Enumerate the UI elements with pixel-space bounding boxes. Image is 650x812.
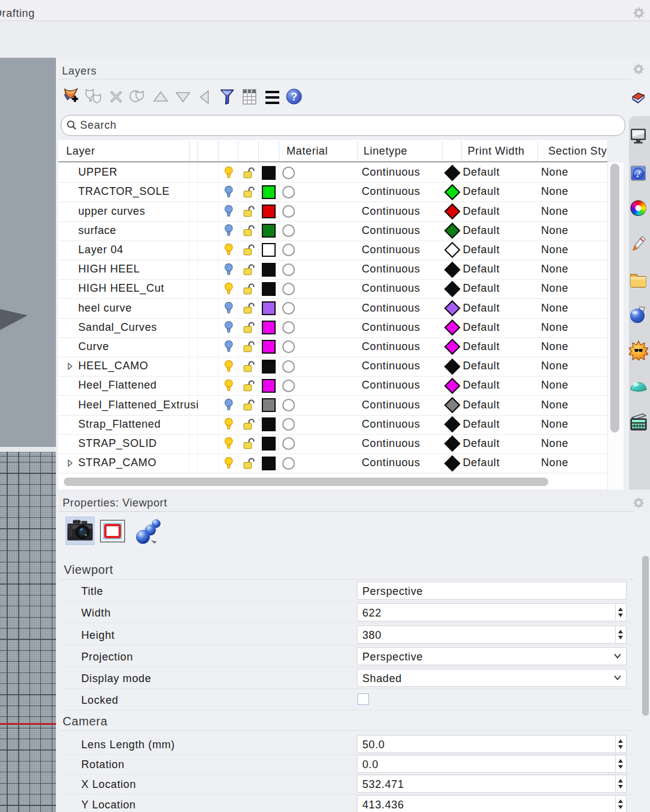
svg-text:?: ? (291, 91, 297, 103)
svg-text:?: ? (636, 168, 641, 180)
